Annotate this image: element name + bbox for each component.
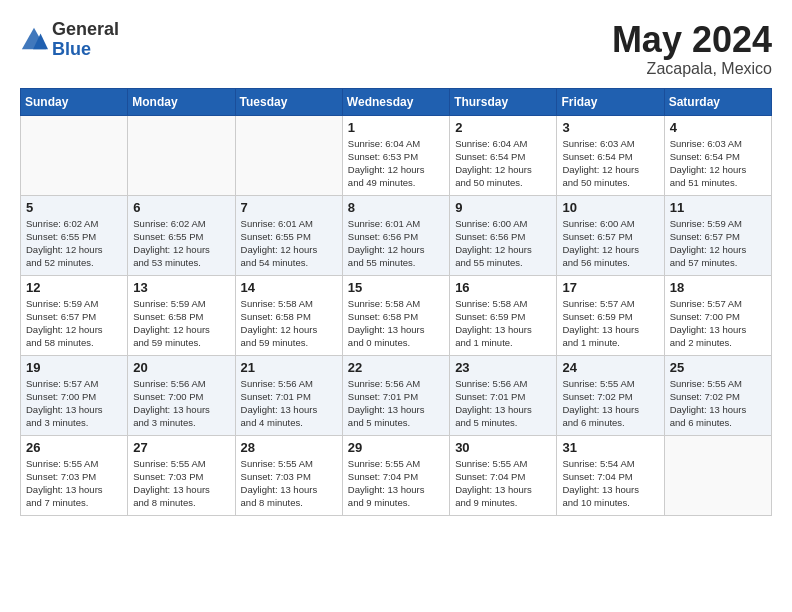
month-title: May 2024: [612, 20, 772, 60]
day-number: 31: [562, 440, 658, 455]
day-number: 13: [133, 280, 229, 295]
header-day-sunday: Sunday: [21, 88, 128, 115]
calendar-cell: 5Sunrise: 6:02 AM Sunset: 6:55 PM Daylig…: [21, 195, 128, 275]
calendar-cell: 7Sunrise: 6:01 AM Sunset: 6:55 PM Daylig…: [235, 195, 342, 275]
logo-blue-text: Blue: [52, 39, 91, 59]
logo: General Blue: [20, 20, 119, 60]
day-number: 2: [455, 120, 551, 135]
page-header: General Blue May 2024 Zacapala, Mexico: [20, 20, 772, 78]
day-number: 6: [133, 200, 229, 215]
day-info: Sunrise: 5:57 AM Sunset: 7:00 PM Dayligh…: [670, 297, 766, 350]
day-number: 27: [133, 440, 229, 455]
calendar-cell: 19Sunrise: 5:57 AM Sunset: 7:00 PM Dayli…: [21, 355, 128, 435]
calendar-cell: 13Sunrise: 5:59 AM Sunset: 6:58 PM Dayli…: [128, 275, 235, 355]
day-info: Sunrise: 5:55 AM Sunset: 7:04 PM Dayligh…: [348, 457, 444, 510]
title-area: May 2024 Zacapala, Mexico: [612, 20, 772, 78]
day-info: Sunrise: 5:58 AM Sunset: 6:58 PM Dayligh…: [348, 297, 444, 350]
header-day-friday: Friday: [557, 88, 664, 115]
calendar-cell: 28Sunrise: 5:55 AM Sunset: 7:03 PM Dayli…: [235, 435, 342, 515]
day-number: 26: [26, 440, 122, 455]
header-row: SundayMondayTuesdayWednesdayThursdayFrid…: [21, 88, 772, 115]
header-day-monday: Monday: [128, 88, 235, 115]
calendar-cell: 30Sunrise: 5:55 AM Sunset: 7:04 PM Dayli…: [450, 435, 557, 515]
week-row-1: 1Sunrise: 6:04 AM Sunset: 6:53 PM Daylig…: [21, 115, 772, 195]
day-number: 20: [133, 360, 229, 375]
calendar-cell: 29Sunrise: 5:55 AM Sunset: 7:04 PM Dayli…: [342, 435, 449, 515]
location: Zacapala, Mexico: [612, 60, 772, 78]
day-number: 15: [348, 280, 444, 295]
calendar-cell: 3Sunrise: 6:03 AM Sunset: 6:54 PM Daylig…: [557, 115, 664, 195]
week-row-5: 26Sunrise: 5:55 AM Sunset: 7:03 PM Dayli…: [21, 435, 772, 515]
day-number: 12: [26, 280, 122, 295]
calendar-cell: [128, 115, 235, 195]
day-number: 11: [670, 200, 766, 215]
header-day-tuesday: Tuesday: [235, 88, 342, 115]
day-info: Sunrise: 5:59 AM Sunset: 6:57 PM Dayligh…: [670, 217, 766, 270]
day-info: Sunrise: 5:55 AM Sunset: 7:02 PM Dayligh…: [670, 377, 766, 430]
calendar-body: 1Sunrise: 6:04 AM Sunset: 6:53 PM Daylig…: [21, 115, 772, 515]
day-number: 18: [670, 280, 766, 295]
day-number: 17: [562, 280, 658, 295]
calendar-cell: 18Sunrise: 5:57 AM Sunset: 7:00 PM Dayli…: [664, 275, 771, 355]
day-number: 19: [26, 360, 122, 375]
day-info: Sunrise: 6:04 AM Sunset: 6:53 PM Dayligh…: [348, 137, 444, 190]
calendar-cell: 20Sunrise: 5:56 AM Sunset: 7:00 PM Dayli…: [128, 355, 235, 435]
calendar-cell: 12Sunrise: 5:59 AM Sunset: 6:57 PM Dayli…: [21, 275, 128, 355]
day-number: 24: [562, 360, 658, 375]
calendar-cell: 24Sunrise: 5:55 AM Sunset: 7:02 PM Dayli…: [557, 355, 664, 435]
calendar-cell: 16Sunrise: 5:58 AM Sunset: 6:59 PM Dayli…: [450, 275, 557, 355]
day-info: Sunrise: 6:03 AM Sunset: 6:54 PM Dayligh…: [670, 137, 766, 190]
calendar-header: SundayMondayTuesdayWednesdayThursdayFrid…: [21, 88, 772, 115]
calendar-cell: 8Sunrise: 6:01 AM Sunset: 6:56 PM Daylig…: [342, 195, 449, 275]
day-number: 3: [562, 120, 658, 135]
day-info: Sunrise: 5:56 AM Sunset: 7:01 PM Dayligh…: [455, 377, 551, 430]
calendar-cell: 26Sunrise: 5:55 AM Sunset: 7:03 PM Dayli…: [21, 435, 128, 515]
day-info: Sunrise: 6:01 AM Sunset: 6:56 PM Dayligh…: [348, 217, 444, 270]
day-info: Sunrise: 5:55 AM Sunset: 7:03 PM Dayligh…: [241, 457, 337, 510]
day-info: Sunrise: 5:57 AM Sunset: 7:00 PM Dayligh…: [26, 377, 122, 430]
day-info: Sunrise: 5:55 AM Sunset: 7:03 PM Dayligh…: [26, 457, 122, 510]
day-info: Sunrise: 5:58 AM Sunset: 6:59 PM Dayligh…: [455, 297, 551, 350]
calendar-cell: 21Sunrise: 5:56 AM Sunset: 7:01 PM Dayli…: [235, 355, 342, 435]
logo-general-text: General: [52, 19, 119, 39]
day-number: 4: [670, 120, 766, 135]
day-number: 8: [348, 200, 444, 215]
day-number: 25: [670, 360, 766, 375]
calendar-cell: 25Sunrise: 5:55 AM Sunset: 7:02 PM Dayli…: [664, 355, 771, 435]
calendar-cell: [235, 115, 342, 195]
calendar-cell: 4Sunrise: 6:03 AM Sunset: 6:54 PM Daylig…: [664, 115, 771, 195]
day-info: Sunrise: 6:00 AM Sunset: 6:57 PM Dayligh…: [562, 217, 658, 270]
day-info: Sunrise: 6:00 AM Sunset: 6:56 PM Dayligh…: [455, 217, 551, 270]
day-info: Sunrise: 5:56 AM Sunset: 7:00 PM Dayligh…: [133, 377, 229, 430]
day-number: 16: [455, 280, 551, 295]
day-number: 9: [455, 200, 551, 215]
calendar-cell: 1Sunrise: 6:04 AM Sunset: 6:53 PM Daylig…: [342, 115, 449, 195]
week-row-3: 12Sunrise: 5:59 AM Sunset: 6:57 PM Dayli…: [21, 275, 772, 355]
header-day-wednesday: Wednesday: [342, 88, 449, 115]
day-info: Sunrise: 5:54 AM Sunset: 7:04 PM Dayligh…: [562, 457, 658, 510]
day-number: 21: [241, 360, 337, 375]
calendar-cell: 10Sunrise: 6:00 AM Sunset: 6:57 PM Dayli…: [557, 195, 664, 275]
logo-icon: [20, 26, 48, 54]
calendar-cell: 6Sunrise: 6:02 AM Sunset: 6:55 PM Daylig…: [128, 195, 235, 275]
day-number: 10: [562, 200, 658, 215]
day-number: 14: [241, 280, 337, 295]
day-number: 28: [241, 440, 337, 455]
day-info: Sunrise: 6:02 AM Sunset: 6:55 PM Dayligh…: [26, 217, 122, 270]
calendar-cell: 2Sunrise: 6:04 AM Sunset: 6:54 PM Daylig…: [450, 115, 557, 195]
day-info: Sunrise: 6:04 AM Sunset: 6:54 PM Dayligh…: [455, 137, 551, 190]
day-number: 22: [348, 360, 444, 375]
day-info: Sunrise: 5:56 AM Sunset: 7:01 PM Dayligh…: [241, 377, 337, 430]
calendar-cell: [21, 115, 128, 195]
day-info: Sunrise: 5:59 AM Sunset: 6:57 PM Dayligh…: [26, 297, 122, 350]
calendar-cell: 11Sunrise: 5:59 AM Sunset: 6:57 PM Dayli…: [664, 195, 771, 275]
calendar-cell: 9Sunrise: 6:00 AM Sunset: 6:56 PM Daylig…: [450, 195, 557, 275]
header-day-thursday: Thursday: [450, 88, 557, 115]
header-day-saturday: Saturday: [664, 88, 771, 115]
day-info: Sunrise: 5:57 AM Sunset: 6:59 PM Dayligh…: [562, 297, 658, 350]
calendar-cell: [664, 435, 771, 515]
day-info: Sunrise: 6:03 AM Sunset: 6:54 PM Dayligh…: [562, 137, 658, 190]
calendar-cell: 22Sunrise: 5:56 AM Sunset: 7:01 PM Dayli…: [342, 355, 449, 435]
calendar-cell: 27Sunrise: 5:55 AM Sunset: 7:03 PM Dayli…: [128, 435, 235, 515]
week-row-4: 19Sunrise: 5:57 AM Sunset: 7:00 PM Dayli…: [21, 355, 772, 435]
